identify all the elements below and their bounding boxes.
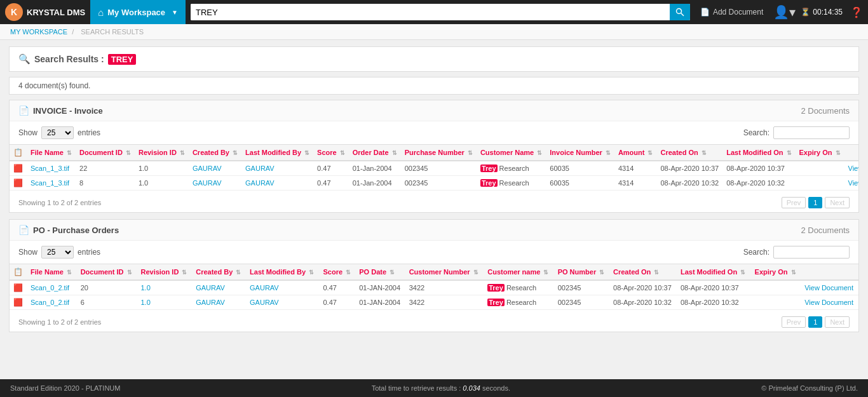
po-col-custnum[interactable]: Customer Number ⇅ <box>405 264 484 281</box>
view-document-link[interactable]: View Document <box>848 179 858 187</box>
po-page-1-btn[interactable]: 1 <box>808 316 822 328</box>
row-filename: Scan_0_2.tif <box>27 280 77 295</box>
po-col-action <box>801 264 858 281</box>
revid-link[interactable]: 1.0 <box>140 299 150 306</box>
po-col-expiry[interactable]: Expiry On ⇅ <box>751 264 801 281</box>
help-button[interactable]: ❓ <box>850 6 863 18</box>
filename-link[interactable]: Scan_0_2.tif <box>31 299 69 306</box>
filename-link[interactable]: Scan_0_2.tif <box>31 284 69 292</box>
row-expiry <box>751 295 801 310</box>
invoice-col-amount[interactable]: Amount ⇅ <box>614 145 657 161</box>
invoice-col-docid[interactable]: Document ID ⇅ <box>76 145 135 161</box>
invoice-col-custname[interactable]: Customer Name ⇅ <box>477 145 546 161</box>
invoice-search-input[interactable] <box>773 126 850 139</box>
row-lastmodby: GAURAV <box>246 280 319 295</box>
po-entries-select[interactable]: 2550100 <box>41 246 74 259</box>
workspace-dropdown-icon[interactable]: ▼ <box>172 9 178 16</box>
invoice-col-action <box>844 145 858 161</box>
po-prev-btn[interactable]: Prev <box>782 316 806 328</box>
view-document-link[interactable]: View Document <box>804 284 853 292</box>
breadcrumb-workspace[interactable]: MY WORKSPACE <box>10 28 67 36</box>
search-results-header: 🔍 Search Results : TREY <box>9 46 859 72</box>
po-col-custname[interactable]: Customer name ⇅ <box>484 264 553 281</box>
invoice-col-createdon[interactable]: Created On ⇅ <box>656 145 722 161</box>
row-createdon: 08-Apr-2020 10:32 <box>656 176 722 191</box>
lastmodby-link[interactable]: GAURAV <box>250 284 279 292</box>
po-title-text: PO - Purchase Orders <box>33 225 119 235</box>
po-col-podate[interactable]: PO Date ⇅ <box>355 264 405 281</box>
invoice-col-createdby[interactable]: Created By ⇅ <box>189 145 241 161</box>
search-term-badge: TREY <box>108 54 137 65</box>
workspace-nav[interactable]: ⌂ My Workspace ▼ <box>90 0 186 24</box>
breadcrumb-separator: / <box>72 28 74 36</box>
row-amount: 4314 <box>614 176 657 191</box>
user-avatar[interactable]: 👤▾ <box>773 4 796 20</box>
po-section-title: 📄 PO - Purchase Orders <box>18 225 119 235</box>
createdby-link[interactable]: GAURAV <box>196 299 225 306</box>
invoice-section: 📄 INVOICE - Invoice 2 Documents Show 255… <box>9 100 859 213</box>
invoice-col-invnum[interactable]: Invoice Number ⇅ <box>546 145 614 161</box>
filename-link[interactable]: Scan_1_3.tif <box>31 165 69 172</box>
row-file-icon: 🟥 <box>10 280 27 295</box>
invoice-col-revid[interactable]: Revision ID ⇅ <box>135 145 189 161</box>
invoice-table-container: 📋 File Name ⇅ Document ID ⇅ Revision ID … <box>10 144 858 193</box>
filename-link[interactable]: Scan_1_3.tif <box>31 179 69 187</box>
add-document-label: Add Document <box>713 8 763 17</box>
row-expiry <box>751 280 801 295</box>
po-col-docid[interactable]: Document ID ⇅ <box>77 264 137 281</box>
createdby-link[interactable]: GAURAV <box>193 179 222 187</box>
po-col-createdon[interactable]: Created On ⇅ <box>609 264 677 281</box>
row-expiry <box>796 161 844 176</box>
row-custname: Trey Research <box>477 176 546 191</box>
search-results-label: Search Results : <box>34 54 104 64</box>
row-lastmodby: GAURAV <box>241 176 313 191</box>
invoice-col-lastmodon[interactable]: Last Modified On ⇅ <box>722 145 795 161</box>
po-col-lastmod[interactable]: Last Modified By ⇅ <box>246 264 319 281</box>
row-ponum: 002345 <box>554 280 609 295</box>
search-input[interactable]: TREY <box>191 4 670 20</box>
po-col-createdby[interactable]: Created By ⇅ <box>192 264 246 281</box>
row-filename: Scan_1_3.tif <box>27 161 76 176</box>
createdby-link[interactable]: GAURAV <box>193 165 222 172</box>
home-icon: ⌂ <box>98 7 104 18</box>
invoice-next-btn[interactable]: Next <box>825 197 850 208</box>
view-document-link[interactable]: View Document <box>848 165 858 172</box>
timer-display: ⏳ 00:14:35 <box>801 8 843 17</box>
add-document-button[interactable]: 📄 Add Document <box>695 8 768 17</box>
row-revid: 1.0 <box>135 176 189 191</box>
po-next-btn[interactable]: Next <box>825 316 850 328</box>
invoice-col-lastmod[interactable]: Last Modified By ⇅ <box>241 145 313 161</box>
invoice-page-1-btn[interactable]: 1 <box>808 197 822 208</box>
row-docid: 22 <box>76 161 135 176</box>
invoice-title-text: INVOICE - Invoice <box>33 106 103 116</box>
lastmodby-link[interactable]: GAURAV <box>245 165 275 172</box>
po-col-ponum[interactable]: PO Number ⇅ <box>554 264 609 281</box>
po-search-input[interactable] <box>773 246 850 259</box>
po-search-label: Search: <box>743 248 770 257</box>
lastmodby-link[interactable]: GAURAV <box>250 299 279 306</box>
row-filename: Scan_1_3.tif <box>27 176 76 191</box>
view-document-link[interactable]: View Document <box>804 299 853 306</box>
lastmodby-link[interactable]: GAURAV <box>245 179 275 187</box>
invoice-table: 📋 File Name ⇅ Document ID ⇅ Revision ID … <box>10 144 858 191</box>
invoice-col-orderdate[interactable]: Order Date ⇅ <box>349 145 401 161</box>
po-col-score[interactable]: Score ⇅ <box>319 264 355 281</box>
createdby-link[interactable]: GAURAV <box>196 284 225 292</box>
invoice-entries-select[interactable]: 2550100 <box>41 126 74 139</box>
file-row-icon: 🟥 <box>13 164 23 173</box>
invoice-col-score[interactable]: Score ⇅ <box>313 145 349 161</box>
po-col-lastmodon[interactable]: Last Modified On ⇅ <box>677 264 751 281</box>
po-col-icon: 📋 <box>10 264 27 281</box>
invoice-col-expiry[interactable]: Expiry On ⇅ <box>796 145 844 161</box>
invoice-entries-label: entries <box>78 128 100 137</box>
invoice-col-filename[interactable]: File Name ⇅ <box>27 145 76 161</box>
invoice-col-purchnum[interactable]: Purchase Number ⇅ <box>401 145 477 161</box>
search-button[interactable] <box>670 4 690 20</box>
po-show-entries: Show 2550100 entries <box>18 246 100 259</box>
po-table-footer: Showing 1 to 2 of 2 entries Prev 1 Next <box>10 313 858 332</box>
po-col-revid[interactable]: Revision ID ⇅ <box>137 264 192 281</box>
revid-link[interactable]: 1.0 <box>140 284 150 292</box>
po-col-filename[interactable]: File Name ⇅ <box>27 264 77 281</box>
invoice-doc-count: 2 Documents <box>801 106 850 116</box>
invoice-prev-btn[interactable]: Prev <box>782 197 806 208</box>
